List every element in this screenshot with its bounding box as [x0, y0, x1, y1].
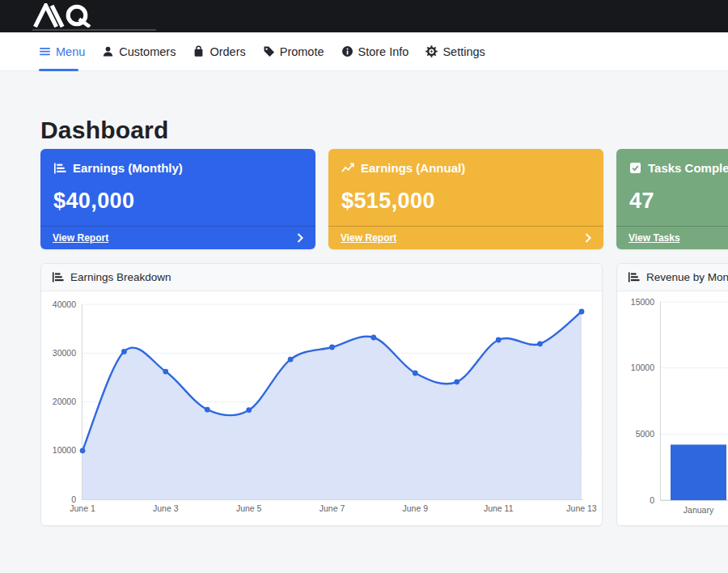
svg-text:0: 0: [71, 494, 76, 504]
svg-text:June 1: June 1: [70, 503, 95, 513]
tag-icon: [263, 45, 275, 57]
person-icon: [102, 45, 114, 57]
svg-text:June 13: June 13: [566, 503, 597, 513]
stat-card-title: Earnings (Annual): [361, 161, 465, 175]
stat-card-title: Tasks Completed: [648, 161, 728, 175]
svg-text:June 3: June 3: [153, 503, 179, 513]
view-report-link[interactable]: View Report: [53, 232, 108, 244]
stat-card-value: 47: [616, 189, 728, 214]
stat-card-value: $40,000: [40, 189, 315, 214]
nav-item-customers[interactable]: Customers: [102, 45, 176, 58]
stat-card-value: $515,000: [328, 189, 603, 214]
svg-text:0: 0: [650, 495, 654, 505]
stat-card-header: Earnings (Monthly): [40, 149, 315, 175]
logo-underline: [32, 29, 156, 31]
stat-card-footer: View Tasks: [616, 226, 728, 249]
view-report-link[interactable]: View Report: [341, 232, 396, 244]
stat-card-footer: View Report: [328, 226, 603, 249]
svg-text:10000: 10000: [53, 445, 76, 455]
earnings-breakdown-card: Earnings Breakdown 010000200003000040000…: [40, 263, 603, 526]
revenue-by-month-chart: 050001000015000January: [617, 291, 728, 526]
svg-text:15000: 15000: [631, 297, 654, 307]
svg-text:June 5: June 5: [236, 503, 262, 513]
view-tasks-link[interactable]: View Tasks: [629, 232, 680, 244]
check-square-icon: [629, 162, 641, 174]
app-logo[interactable]: AQ: [32, 3, 109, 28]
stat-card-tasks-completed: Tasks Completed 47 View Tasks: [616, 149, 728, 249]
nav-item-label: Settings: [442, 45, 485, 58]
chevron-right-icon[interactable]: [297, 233, 303, 243]
svg-text:June 9: June 9: [403, 503, 429, 513]
topbar: AQ: [0, 0, 728, 32]
svg-text:January: January: [684, 505, 714, 515]
chart-title: Earnings Breakdown: [70, 271, 171, 283]
chart-title: Revenue by Month: [646, 271, 728, 283]
chart-card-header: Revenue by Month: [617, 264, 728, 291]
stat-card-earnings-annual: Earnings (Annual) $515,000 View Report: [328, 149, 603, 249]
svg-text:30000: 30000: [53, 348, 76, 358]
nav-item-label: Promote: [280, 45, 324, 58]
svg-text:June 11: June 11: [484, 503, 514, 513]
bag-icon: [193, 45, 205, 57]
svg-text:5000: 5000: [636, 429, 655, 439]
active-tab-underline: [39, 69, 78, 71]
nav-item-menu[interactable]: Menu: [39, 45, 85, 58]
line-chart-icon: [341, 162, 354, 175]
svg-text:40000: 40000: [53, 299, 76, 309]
page-title: Dashboard: [40, 117, 169, 144]
app-root: AQ Menu Customers Orders Prom: [0, 0, 728, 573]
revenue-by-month-card: Revenue by Month 050001000015000January: [616, 263, 728, 526]
bar-chart-icon: [53, 162, 66, 175]
chart-card-header: Earnings Breakdown: [41, 264, 602, 291]
svg-text:June 7: June 7: [320, 503, 345, 513]
nav-item-label: Menu: [56, 45, 85, 58]
stat-card-header: Earnings (Annual): [328, 149, 603, 175]
gear-icon: [425, 45, 438, 57]
bar-chart-icon: [628, 271, 640, 283]
nav-item-label: Customers: [119, 45, 176, 58]
nav-item-settings[interactable]: Settings: [425, 45, 485, 58]
nav-item-label: Orders: [210, 45, 245, 58]
stat-card-header: Tasks Completed: [616, 149, 728, 175]
main-nav: Menu Customers Orders Promote Store Info: [0, 32, 728, 71]
logo-text: AQ: [109, 3, 110, 4]
earnings-breakdown-chart: 010000200003000040000June 1June 3June 5J…: [41, 291, 602, 526]
bar-chart-icon: [52, 271, 64, 283]
nav-item-label: Store Info: [358, 45, 409, 58]
stat-card-footer: View Report: [40, 226, 315, 249]
stat-card-earnings-monthly: Earnings (Monthly) $40,000 View Report: [40, 149, 315, 249]
nav-item-orders[interactable]: Orders: [193, 45, 245, 58]
nav-item-store-info[interactable]: Store Info: [341, 45, 409, 58]
chevron-right-icon[interactable]: [585, 233, 591, 243]
svg-text:20000: 20000: [53, 397, 76, 406]
stat-card-title: Earnings (Monthly): [73, 161, 183, 175]
menu-icon: [39, 45, 51, 57]
svg-text:10000: 10000: [631, 363, 654, 372]
info-circle-icon: [341, 45, 353, 57]
nav-item-promote[interactable]: Promote: [263, 45, 324, 58]
